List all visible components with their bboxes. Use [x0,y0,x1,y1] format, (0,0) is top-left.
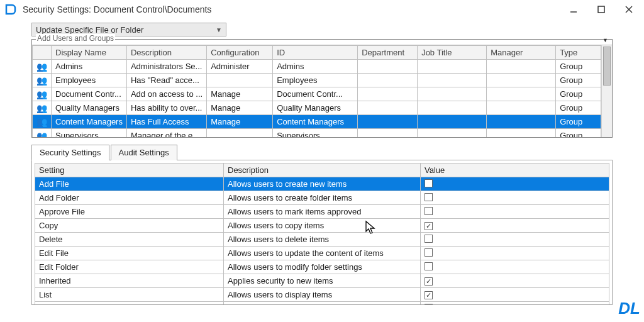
cell-job [418,60,487,74]
cell-setting: Edit Folder [35,260,224,274]
col-config[interactable]: Configuration [207,46,273,60]
cell-config: Manage [207,87,273,101]
minimize-button[interactable] [567,3,580,16]
cell-job [418,115,487,129]
cell-id: Document Contr... [273,87,358,101]
col-desc[interactable]: Description [126,46,206,60]
col-value[interactable]: Value [421,164,609,177]
cell-value[interactable] [421,302,609,306]
cell-id: Employees [273,74,358,87]
users-row[interactable]: 👥AdminsAdministrators Se...AdministerAdm… [33,60,601,74]
cell-desc: Allows users to copy items [224,219,421,233]
cell-value[interactable]: ✓ [421,219,609,233]
cell-desc: Add on access to ... [126,87,206,101]
checkbox[interactable]: ✓ [425,222,433,230]
users-row[interactable]: 👥Quality ManagersHas ability to over...M… [33,101,601,115]
settings-row[interactable]: Edit FolderAllows users to modify folder… [35,260,609,274]
cell-value[interactable] [421,205,609,219]
settings-row[interactable]: InheritedApplies security to new items✓ [35,274,609,288]
users-row[interactable]: 👥SupervisorsManager of the e...Superviso… [33,129,601,138]
cell-setting: Add Folder [35,191,224,205]
group-icon: 👥 [33,74,52,87]
cell-job [418,87,487,101]
users-row[interactable]: 👥Document Contr...Add on access to ...Ma… [33,87,601,101]
app-icon [4,3,18,16]
cell-job [418,101,487,115]
checkbox[interactable]: ✓ [425,291,433,299]
cell-type: Group [556,60,601,74]
maximize-button[interactable] [595,3,608,16]
settings-row[interactable]: CopyAllows users to copy items✓ [35,219,609,233]
checkbox[interactable] [425,207,433,215]
checkbox[interactable] [425,248,433,257]
cell-value[interactable]: ✓ [421,274,609,288]
cell-mgr [487,60,556,74]
cell-desc: Allows users to update security [224,302,421,306]
cell-desc: Manager of the e... [126,129,206,138]
cell-dept [358,60,418,74]
group-icon: 👥 [33,87,52,101]
settings-row[interactable]: Modify SecurityAllows users to update se… [35,302,609,306]
cell-desc: Allows users to update the content of it… [224,247,421,260]
cell-dept [358,74,418,87]
users-row[interactable]: 👥EmployeesHas "Read" acce...EmployeesGro… [33,74,601,87]
tabs: Security Settings Audit Settings [31,144,613,160]
cell-id: Quality Managers [273,101,358,115]
cell-value[interactable] [421,191,609,205]
cell-id: Supervisors [273,129,358,138]
col-dept[interactable]: Department [358,46,418,60]
users-groups-panel: Add Users and Groups ▼ Display Name Desc… [31,39,613,138]
col-type[interactable]: Type [556,46,601,60]
tab-security[interactable]: Security Settings [31,145,109,160]
users-panel-label: Add Users and Groups [36,34,115,43]
panel-dropdown-icon[interactable]: ▼ [602,37,608,43]
cell-value[interactable] [421,177,609,191]
cell-desc: Allows users to modify folder settings [224,260,421,274]
cell-mgr [487,74,556,87]
settings-row[interactable]: Edit FileAllows users to update the cont… [35,247,609,260]
col-display[interactable]: Display Name [52,46,127,60]
mode-dropdown-label: Update Specific File or Folder [36,25,143,35]
cell-value[interactable] [421,233,609,247]
cell-value[interactable] [421,247,609,260]
cell-desc: Has "Read" acce... [126,74,206,87]
cell-value[interactable] [421,260,609,274]
checkbox[interactable] [425,179,433,187]
settings-row[interactable]: Approve FileAllows users to mark items a… [35,205,609,219]
checkbox[interactable]: ✓ [425,277,433,286]
checkbox[interactable] [425,304,433,306]
col-setting[interactable]: Setting [35,164,224,177]
cell-setting: Delete [35,233,224,247]
cell-display: Content Managers [52,115,127,129]
users-scrollbar[interactable] [601,45,612,137]
settings-table[interactable]: Setting Description Value Add FileAllows… [35,163,609,305]
cell-value[interactable]: ✓ [421,288,609,302]
checkbox[interactable] [425,235,433,243]
col-id[interactable]: ID [273,46,358,60]
settings-row[interactable]: DeleteAllows users to delete items [35,233,609,247]
col-icon[interactable] [33,46,52,60]
cell-setting: List [35,288,224,302]
tab-audit[interactable]: Audit Settings [111,145,177,160]
cell-desc: Allows users to delete items [224,233,421,247]
col-mgr[interactable]: Manager [487,46,556,60]
settings-row[interactable]: Add FolderAllows users to create folder … [35,191,609,205]
cell-dept [358,115,418,129]
cell-setting: Approve File [35,205,224,219]
group-icon: 👥 [33,60,52,74]
users-table[interactable]: Display Name Description Configuration I… [32,45,601,137]
cell-config: Administer [207,60,273,74]
settings-row[interactable]: Add FileAllows users to create new items [35,177,609,191]
checkbox[interactable] [425,193,433,201]
cell-setting: Inherited [35,274,224,288]
checkbox[interactable] [425,262,433,270]
cell-type: Group [556,129,601,138]
cell-desc: Has Full Access [126,115,206,129]
close-button[interactable] [623,3,635,16]
col-description[interactable]: Description [224,164,421,177]
users-row[interactable]: 👥Content ManagersHas Full AccessManageCo… [33,115,601,129]
col-job[interactable]: Job Title [418,46,487,60]
chevron-down-icon: ▼ [216,26,222,33]
settings-row[interactable]: ListAllows users to display items✓ [35,288,609,302]
cell-mgr [487,115,556,129]
